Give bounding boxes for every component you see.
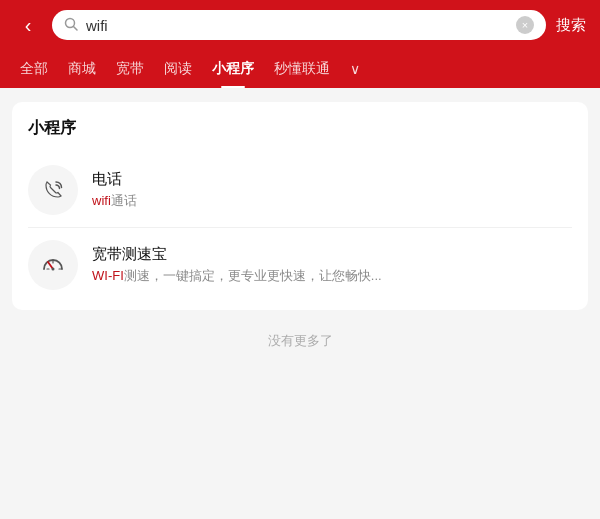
item-desc: wifi通话 [92,192,572,210]
back-button[interactable]: ‹ [14,11,42,39]
tab-mall[interactable]: 商城 [58,50,106,88]
item-text: 电话 wifi通话 [92,170,572,210]
tab-understand[interactable]: 秒懂联通 [264,50,340,88]
speedometer-icon [28,240,78,290]
tab-bar: 全部 商城 宽带 阅读 小程序 秒懂联通 ∨ [0,50,600,88]
item-text: 宽带测速宝 WI-FI测速，一键搞定，更专业更快速，让您畅快... [92,245,572,285]
list-item[interactable]: 宽带测速宝 WI-FI测速，一键搞定，更专业更快速，让您畅快... [28,228,572,302]
phone-wifi-icon [28,165,78,215]
desc-prefix: WI-FI [92,268,124,283]
svg-point-3 [52,268,55,271]
item-name: 电话 [92,170,572,189]
section-card: 小程序 电话 wifi通话 [12,102,588,310]
item-name: 宽带测速宝 [92,245,572,264]
tab-broadband[interactable]: 宽带 [106,50,154,88]
tab-reading[interactable]: 阅读 [154,50,202,88]
desc-suffix: 通话 [111,193,137,208]
search-bar[interactable]: wifi × [52,10,546,40]
svg-line-1 [74,26,78,30]
tab-all[interactable]: 全部 [10,50,58,88]
no-more-label: 没有更多了 [12,310,588,360]
search-icon [64,17,78,34]
clear-button[interactable]: × [516,16,534,34]
header: ‹ wifi × 搜索 [0,0,600,50]
search-button[interactable]: 搜索 [556,16,586,35]
search-input[interactable]: wifi [86,17,508,34]
item-desc: WI-FI测速，一键搞定，更专业更快速，让您畅快... [92,267,572,285]
desc-prefix: wifi [92,193,111,208]
section-title: 小程序 [28,118,572,139]
list-item[interactable]: 电话 wifi通话 [28,153,572,228]
tab-miniapp[interactable]: 小程序 [202,50,264,88]
main-content: 小程序 电话 wifi通话 [0,88,600,374]
desc-suffix: 测速，一键搞定，更专业更快速，让您畅快... [124,268,382,283]
tab-more-button[interactable]: ∨ [342,51,368,87]
